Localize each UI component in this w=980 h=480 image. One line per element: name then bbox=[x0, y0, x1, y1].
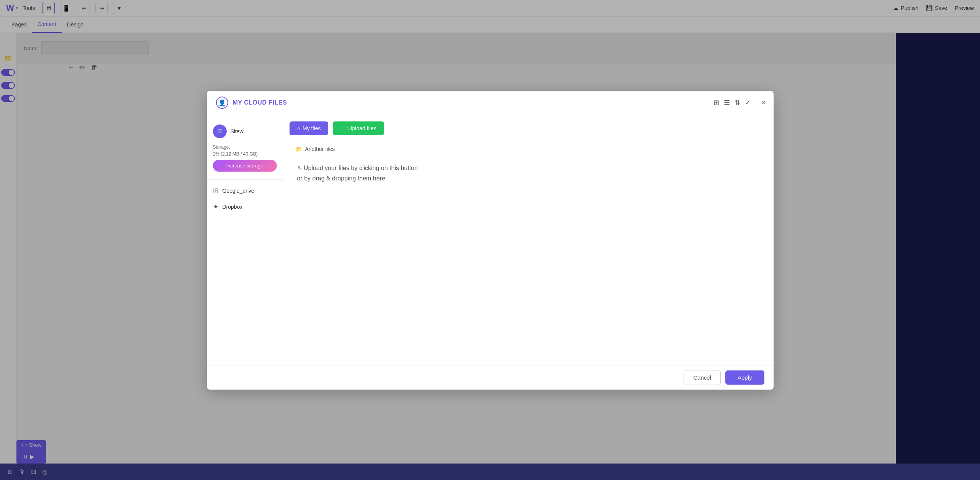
modal-header: 👤 MY CLOUD FILES ⊞ ☰ ⇅ ✓ × bbox=[207, 91, 774, 115]
upload-drop-zone: ↖ Upload your files by clicking on this … bbox=[290, 155, 767, 359]
increase-storage-button[interactable]: Increase storage bbox=[213, 160, 277, 172]
apply-button[interactable]: Apply bbox=[725, 370, 764, 385]
modal-header-user-icon: 👤 bbox=[216, 97, 228, 109]
modal-close-button[interactable]: × bbox=[761, 98, 766, 107]
sidebar-divider bbox=[207, 179, 283, 180]
modal-main: ⌂ My files ↑ ↑Upload files 📁 Another fil… bbox=[283, 115, 774, 365]
modal-list-icon[interactable]: ☰ bbox=[724, 98, 730, 107]
modal-overlay: 👤 MY CLOUD FILES ⊞ ☰ ⇅ ✓ × ☰ Sitew bbox=[0, 0, 980, 480]
upload-files-label: ↑Upload files bbox=[345, 125, 376, 131]
dropbox-label: Dropbox bbox=[223, 204, 243, 210]
modal-title: MY CLOUD FILES bbox=[233, 99, 287, 106]
home-icon: ⌂ bbox=[297, 125, 300, 131]
another-files-item[interactable]: 📁 Another files bbox=[290, 143, 767, 155]
storage-label: Storage: bbox=[213, 144, 277, 150]
another-files-folder-icon: 📁 bbox=[296, 146, 302, 152]
modal-file-actions: ⌂ My files ↑ ↑Upload files bbox=[290, 121, 767, 135]
sidebar-item-dropbox[interactable]: ✦ Dropbox bbox=[207, 199, 283, 215]
sitew-item[interactable]: ☰ Sitew bbox=[207, 121, 283, 141]
upload-files-button[interactable]: ↑ ↑Upload files bbox=[333, 121, 384, 135]
upload-hint-line1: ↖ Upload your files by clicking on this … bbox=[297, 163, 418, 173]
modal-footer: Cancel Apply bbox=[207, 365, 774, 390]
modal-check-icon[interactable]: ✓ bbox=[745, 98, 751, 107]
sitew-label: Sitew bbox=[231, 128, 244, 134]
google-drive-icon: ⊞ bbox=[213, 187, 219, 195]
modal: 👤 MY CLOUD FILES ⊞ ☰ ⇅ ✓ × ☰ Sitew bbox=[207, 91, 774, 390]
modal-view-grid-icon[interactable]: ⊞ bbox=[713, 98, 719, 107]
dropbox-icon: ✦ bbox=[213, 203, 219, 211]
my-files-button[interactable]: ⌂ My files bbox=[290, 121, 329, 135]
google-drive-label: Google_drive bbox=[223, 188, 254, 194]
modal-sort-icon[interactable]: ⇅ bbox=[735, 98, 740, 107]
sidebar-item-google-drive[interactable]: ⊞ Google_drive bbox=[207, 183, 283, 199]
another-files-label: Another files bbox=[305, 146, 335, 152]
upload-hint-line2: or by drag & dropping them here. bbox=[297, 173, 387, 183]
storage-section: Storage: 1% (2.12 MB / 40 GB) Increase s… bbox=[207, 141, 283, 176]
my-files-label: My files bbox=[303, 125, 321, 131]
modal-body: ☰ Sitew Storage: 1% (2.12 MB / 40 GB) In… bbox=[207, 115, 774, 365]
storage-value: 1% (2.12 MB / 40 GB) bbox=[213, 151, 277, 157]
modal-toolbar: ⊞ ☰ ⇅ ✓ bbox=[713, 98, 751, 107]
modal-sidebar: ☰ Sitew Storage: 1% (2.12 MB / 40 GB) In… bbox=[207, 115, 283, 365]
sitew-icon: ☰ bbox=[213, 125, 227, 138]
upload-icon: ↑ bbox=[340, 125, 343, 131]
cancel-button[interactable]: Cancel bbox=[684, 370, 721, 385]
